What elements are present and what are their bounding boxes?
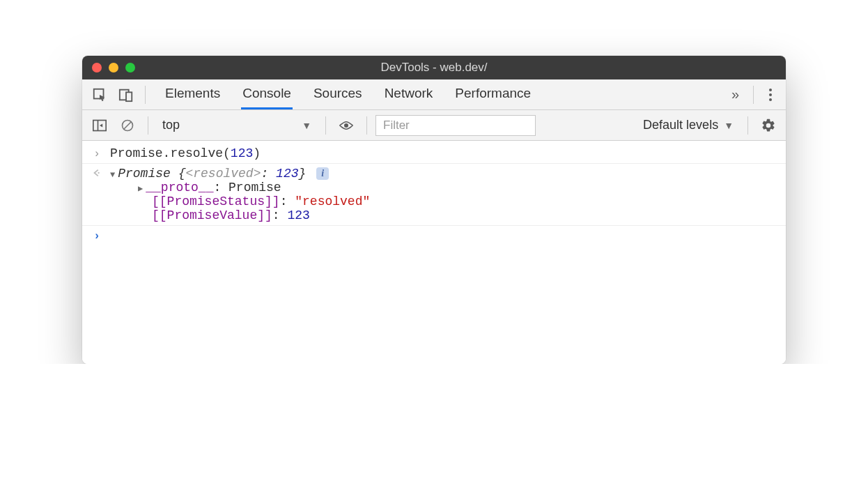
main-tabbar: Elements Console Sources Network Perform… [82, 79, 786, 110]
tab-network[interactable]: Network [383, 79, 435, 109]
log-levels-selector[interactable]: Default levels ▼ [643, 118, 739, 132]
tab-sources[interactable]: Sources [312, 79, 364, 109]
info-icon[interactable]: i [316, 167, 329, 180]
divider [82, 225, 786, 226]
console-input-row: › Promise.resolve(123) [82, 145, 786, 162]
prompt-chevron-icon: › [91, 229, 103, 243]
divider [747, 116, 748, 135]
console-result-row: ▼Promise {<resolved>: 123} i ▶__proto__:… [82, 165, 786, 224]
divider [366, 116, 367, 135]
titlebar: DevTools - web.dev/ [82, 56, 786, 79]
close-window-button[interactable] [92, 63, 102, 73]
console-settings-icon[interactable] [757, 114, 780, 137]
console-toolbar: top ▼ Default levels ▼ [82, 110, 786, 141]
tab-performance[interactable]: Performance [454, 79, 532, 109]
caret-down-icon[interactable]: ▼ [110, 170, 115, 180]
filter-input[interactable] [375, 115, 536, 136]
svg-point-7 [344, 123, 348, 128]
svg-line-6 [124, 122, 131, 129]
output-chevron-icon [91, 167, 103, 178]
levels-label: Default levels [643, 118, 718, 132]
devtools-window: DevTools - web.dev/ Elements Console Sou… [82, 56, 786, 364]
clear-console-icon[interactable] [116, 114, 139, 137]
context-label: top [162, 118, 180, 132]
execution-context-selector[interactable]: top ▼ [157, 115, 317, 136]
caret-right-icon[interactable]: ▶ [138, 183, 143, 194]
console-prompt-row[interactable]: › [82, 227, 786, 244]
input-chevron-icon: › [91, 146, 103, 160]
toggle-device-toolbar-icon[interactable] [114, 83, 138, 107]
console-input-text[interactable]: Promise.resolve(123) [110, 146, 777, 160]
zoom-window-button[interactable] [125, 63, 135, 73]
settings-menu-button[interactable] [761, 89, 780, 101]
proto-row[interactable]: ▶__proto__: Promise [110, 181, 777, 195]
console-output: › Promise.resolve(123) ▼Promise {<resolv… [82, 141, 786, 364]
window-title: DevTools - web.dev/ [82, 61, 786, 75]
panel-tabs: Elements Console Sources Network Perform… [153, 79, 722, 109]
inspect-element-icon[interactable] [88, 83, 111, 107]
more-tabs-button[interactable]: » [724, 86, 746, 102]
promise-status-row[interactable]: [[PromiseStatus]]: "resolved" [110, 195, 777, 208]
svg-rect-2 [126, 92, 132, 101]
result-object[interactable]: ▼Promise {<resolved>: 123} i ▶__proto__:… [110, 167, 777, 222]
minimize-window-button[interactable] [109, 63, 118, 73]
divider [148, 116, 148, 135]
tab-elements[interactable]: Elements [164, 79, 222, 109]
promise-value-row[interactable]: [[PromiseValue]]: 123 [110, 208, 777, 222]
divider [82, 163, 786, 164]
toggle-console-sidebar-icon[interactable] [88, 114, 111, 137]
traffic-lights [82, 63, 135, 73]
chevron-down-icon: ▼ [302, 120, 311, 131]
chevron-down-icon: ▼ [724, 120, 734, 131]
tab-console[interactable]: Console [241, 79, 293, 109]
svg-point-8 [98, 172, 99, 174]
divider [753, 86, 754, 104]
divider [325, 116, 326, 135]
divider [145, 86, 146, 104]
live-expression-icon[interactable] [334, 114, 358, 137]
